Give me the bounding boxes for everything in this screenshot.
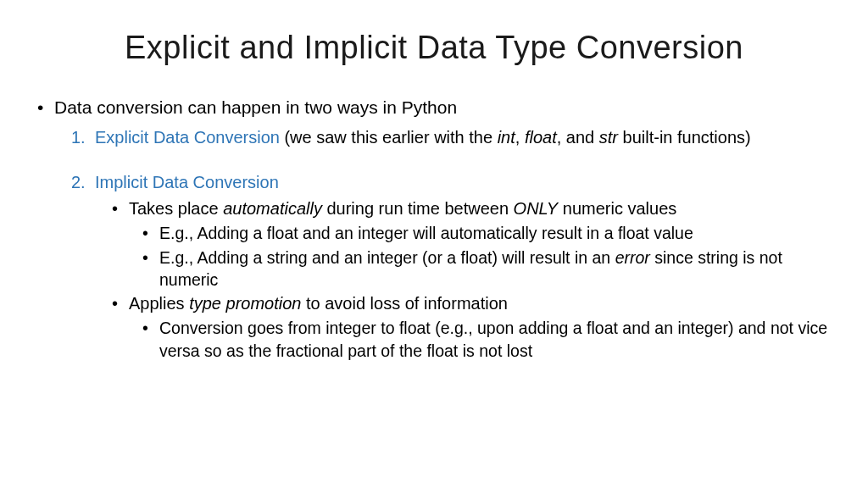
- eg2-a: E.g., Adding a string and an integer (or…: [159, 248, 615, 267]
- kw-str: str: [599, 128, 618, 147]
- sub1-auto: automatically: [223, 199, 322, 218]
- eg2-error: error: [615, 248, 650, 267]
- num-1: 1.: [71, 126, 86, 149]
- eg1-text: E.g., Adding a float and an integer will…: [159, 224, 693, 242]
- explicit-item: 1. Explicit Data Conversion (we saw this…: [34, 126, 834, 149]
- slide-title: Explicit and Implicit Data Type Conversi…: [34, 30, 834, 66]
- sub2-tp: type promotion: [189, 294, 301, 313]
- comma1: ,: [515, 128, 525, 147]
- sub1-a: Takes place: [129, 199, 223, 218]
- explicit-rest-a: (we saw this earlier with the: [280, 128, 498, 147]
- eg3-text: Conversion goes from integer to float (e…: [159, 319, 827, 359]
- comma2: , and: [557, 128, 599, 147]
- intro-text: Data conversion can happen in two ways i…: [54, 97, 457, 117]
- example-1: E.g., Adding a float and an integer will…: [34, 222, 834, 244]
- slide-body: Data conversion can happen in two ways i…: [34, 96, 834, 362]
- explicit-rest-b: built-in functions): [618, 128, 751, 147]
- num-2: 2.: [71, 171, 86, 194]
- intro-bullet: Data conversion can happen in two ways i…: [34, 96, 834, 119]
- example-2: E.g., Adding a string and an integer (or…: [34, 247, 834, 291]
- example-3: Conversion goes from integer to float (e…: [34, 317, 834, 362]
- sub1-c: numeric values: [558, 199, 676, 218]
- explicit-label: Explicit Data Conversion: [95, 128, 280, 147]
- sub1-b: during run time between: [322, 199, 514, 218]
- implicit-label: Implicit Data Conversion: [95, 173, 279, 191]
- kw-int: int: [498, 128, 515, 147]
- sub2-a: Applies: [129, 294, 189, 313]
- implicit-item: 2. Implicit Data Conversion: [34, 171, 834, 194]
- sub1-only: ONLY: [514, 199, 559, 218]
- sub2-b: to avoid loss of information: [301, 294, 507, 313]
- implicit-sub2: Applies type promotion to avoid loss of …: [34, 292, 834, 315]
- kw-float: float: [525, 128, 557, 147]
- implicit-sub1: Takes place automatically during run tim…: [34, 197, 834, 220]
